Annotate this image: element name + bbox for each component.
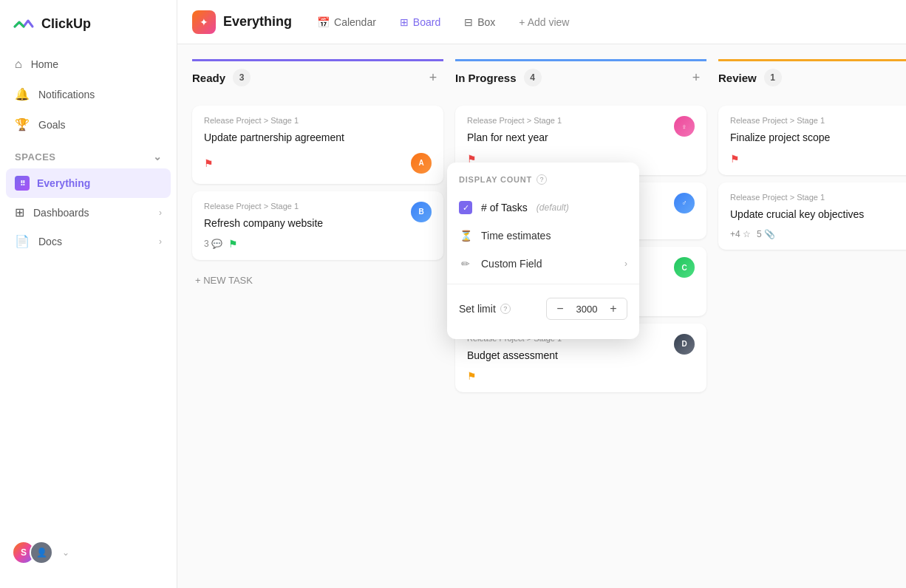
- limit-controls: − 3000 +: [546, 298, 627, 320]
- column-header-ready: Ready 3 +: [192, 59, 443, 97]
- limit-help-icon[interactable]: ?: [500, 304, 511, 314]
- dropdown-item-time-label: Time estimates: [481, 230, 551, 242]
- spaces-section-header: Spaces ⌄: [0, 139, 177, 168]
- calendar-icon: 📅: [317, 16, 330, 28]
- card-project-r2: Release Project > Stage 1: [204, 202, 323, 211]
- card-avatar-r1: A: [411, 153, 432, 174]
- card-footer-rv2: +4 ☆ 5 📎: [730, 229, 906, 239]
- sidebar-footer: S 👤 ⌄: [0, 529, 177, 576]
- card-r2[interactable]: Release Project > Stage 1 Refresh compan…: [192, 191, 443, 261]
- sidebar-item-notifications[interactable]: 🔔 Notifications: [6, 80, 171, 109]
- column-count-ready: 3: [233, 69, 251, 86]
- dropdown-header-text: DISPLAY COUNT: [459, 175, 532, 184]
- dropdown-item-custom[interactable]: ✏ Custom Field ›: [447, 250, 639, 278]
- flag-icon-r1: ⚑: [204, 157, 214, 169]
- card-r1[interactable]: Release Project > Stage 1 Update partner…: [192, 106, 443, 184]
- card-title-rv1: Finalize project scope: [730, 131, 830, 146]
- new-task-ready[interactable]: + NEW TASK: [192, 267, 443, 293]
- main-content: ✦ Everything 📅 Calendar ⊞ Board ⊟ Box + …: [177, 0, 906, 588]
- column-ready: Ready 3 + Release Project > Stage 1 Upda…: [192, 59, 443, 293]
- chevron-right-custom-icon: ›: [624, 259, 627, 269]
- card-footer-r1: ⚑ A: [204, 153, 432, 174]
- nav-calendar[interactable]: 📅 Calendar: [307, 10, 386, 34]
- nav-box[interactable]: ⊟ Box: [454, 10, 505, 34]
- card-rv2[interactable]: Release Project > Stage 1 Update crucial…: [718, 182, 906, 250]
- dropdown-limit-section: Set limit ? − 3000 +: [447, 290, 639, 327]
- card-footer-rv1: ⚑: [730, 153, 906, 165]
- bell-icon: 🔔: [15, 87, 30, 101]
- dropdown-item-tasks[interactable]: ✓ # of Tasks (default): [447, 194, 639, 222]
- limit-increase-button[interactable]: +: [606, 301, 621, 316]
- sidebar-item-label-goals: Goals: [38, 119, 66, 131]
- add-card-in-progress-button[interactable]: +: [686, 67, 706, 88]
- hourglass-icon: ⏳: [459, 229, 472, 242]
- sidebar: ClickUp ⌂ Home 🔔 Notifications 🏆 Goals S…: [0, 0, 177, 588]
- card-avatar-r2: B: [411, 202, 432, 222]
- flag-icon-ip4: ⚑: [467, 370, 477, 382]
- card-avatar-ip2: ♂: [674, 193, 695, 213]
- card-project-ip1: Release Project > Stage 1: [467, 116, 562, 125]
- nav-box-label: Box: [477, 16, 495, 28]
- topbar-navigation: 📅 Calendar ⊞ Board ⊟ Box: [307, 10, 505, 34]
- checkbox-checked-icon: ✓: [459, 201, 472, 214]
- card-rv1[interactable]: Release Project > Stage 1 Finalize proje…: [718, 106, 906, 175]
- dropdown-divider: [447, 284, 639, 284]
- comment-count-r2: 3 💬: [204, 239, 222, 249]
- column-count-review: 1: [764, 69, 782, 86]
- chevron-down-icon: ⌄: [153, 151, 163, 163]
- nav-board-label: Board: [413, 16, 440, 28]
- column-title-ready: Ready: [192, 72, 225, 84]
- user-avatar-secondary: 👤: [30, 541, 53, 564]
- limit-decrease-button[interactable]: −: [553, 301, 568, 316]
- custom-field-icon: ✏: [459, 257, 472, 270]
- card-title-ip1: Plan for next year: [467, 131, 562, 146]
- sidebar-item-docs[interactable]: 📄 Docs ›: [6, 227, 171, 256]
- dropdown-item-tasks-label: # of Tasks: [481, 202, 528, 213]
- sidebar-item-label-docs: Docs: [38, 236, 62, 247]
- card-project-r1: Release Project > Stage 1: [204, 116, 432, 125]
- nav-calendar-label: Calendar: [334, 16, 376, 28]
- limit-value: 3000: [573, 304, 600, 315]
- column-title-review: Review: [718, 72, 757, 84]
- card-title-rv2: Update crucial key objectives: [730, 208, 864, 222]
- column-header-review: Review 1 +: [718, 59, 906, 97]
- add-view-label: + Add view: [519, 16, 569, 28]
- add-card-ready-button[interactable]: +: [423, 67, 443, 88]
- topbar-title: Everything: [223, 14, 292, 30]
- sidebar-item-everything[interactable]: ⠿ Everything: [6, 168, 171, 198]
- extras-plus-rv2: +4 ☆: [730, 229, 751, 239]
- column-title-in-progress: In Progress: [455, 72, 517, 84]
- card-footer-r2: 3 💬 ⚑: [204, 238, 432, 250]
- new-task-label-ready: + NEW TASK: [195, 275, 253, 286]
- dropdown-item-time[interactable]: ⏳ Time estimates: [447, 222, 639, 250]
- app-name: ClickUp: [41, 16, 91, 32]
- card-title-ip4: Budget assessment: [467, 349, 562, 363]
- sidebar-item-dashboards[interactable]: ⊞ Dashboards ›: [6, 198, 171, 227]
- sidebar-item-label-home: Home: [31, 58, 58, 70]
- nav-board[interactable]: ⊞ Board: [389, 10, 451, 34]
- chevron-right-icon-docs: ›: [159, 236, 162, 247]
- sidebar-item-home[interactable]: ⌂ Home: [6, 50, 171, 78]
- everything-icon: ✦: [192, 10, 216, 34]
- card-avatar-ip4: D: [674, 334, 695, 355]
- card-avatar-ip3: C: [674, 257, 695, 278]
- flag-icon-r2: ⚑: [228, 238, 238, 250]
- card-footer-ip4: ⚑: [467, 370, 695, 382]
- dropdown-header: DISPLAY COUNT ?: [447, 174, 639, 194]
- sidebar-item-goals[interactable]: 🏆 Goals: [6, 110, 171, 139]
- board-area: Ready 3 + Release Project > Stage 1 Upda…: [177, 44, 906, 588]
- topbar-title-section: ✦ Everything: [192, 10, 292, 34]
- column-header-right-ready: +: [423, 67, 443, 88]
- user-avatar-stack: S 👤: [12, 541, 53, 564]
- column-count-in-progress: 4: [524, 69, 542, 86]
- card-title-r1: Update partnership agreement: [204, 131, 432, 146]
- docs-icon: 📄: [15, 234, 30, 248]
- help-icon[interactable]: ?: [537, 174, 547, 185]
- home-icon: ⌂: [15, 58, 22, 71]
- dropdown-limit-label: Set limit ?: [459, 303, 511, 315]
- card-avatar-ip1: ♀: [674, 116, 695, 137]
- add-view-button[interactable]: + Add view: [508, 10, 579, 34]
- column-header-left-ready: Ready 3: [192, 69, 251, 86]
- column-header-in-progress: In Progress 4 +: [455, 59, 706, 97]
- dashboards-icon: ⊞: [15, 205, 24, 219]
